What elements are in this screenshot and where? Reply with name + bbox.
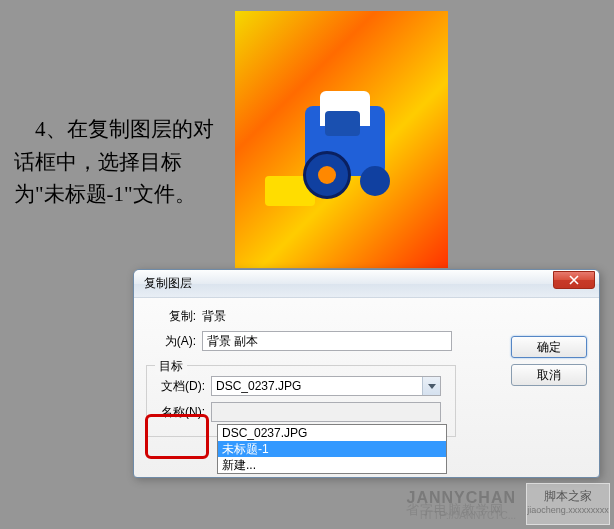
watermark-line1: 脚本之家	[527, 488, 609, 505]
watermark-text: 省字电脑教学网	[406, 501, 504, 519]
cancel-button[interactable]: 取消	[511, 364, 587, 386]
document-dropdown-list: DSC_0237.JPG 未标题-1 新建...	[217, 424, 447, 474]
tutorial-photo	[235, 11, 448, 268]
dialog-titlebar[interactable]: 复制图层	[134, 270, 599, 298]
name-label: 名称(N):	[155, 404, 211, 421]
close-icon	[569, 271, 579, 289]
dropdown-item[interactable]: 新建...	[218, 457, 446, 473]
ok-button[interactable]: 确定	[511, 336, 587, 358]
dropdown-item-selected[interactable]: 未标题-1	[218, 441, 446, 457]
close-button[interactable]	[553, 271, 595, 289]
instruction-text: 4、在复制图层的对话框中，选择目标为"未标题-1"文件。	[14, 113, 219, 211]
toy-tractor-graphic	[275, 96, 415, 216]
duplicate-layer-dialog: 复制图层 复制: 背景 为(A): 目标 文档(D): DSC_0237.JPG	[133, 269, 600, 478]
chevron-down-icon	[422, 377, 440, 395]
document-combo-value: DSC_0237.JPG	[212, 377, 422, 395]
document-label: 文档(D):	[155, 378, 211, 395]
target-legend: 目标	[155, 358, 187, 375]
copy-label: 复制:	[146, 308, 202, 325]
site-watermark: 脚本之家 jiaocheng.xxxxxxxxx	[526, 483, 610, 525]
dropdown-item[interactable]: DSC_0237.JPG	[218, 425, 446, 441]
copy-value: 背景	[202, 308, 226, 325]
document-combobox[interactable]: DSC_0237.JPG	[211, 376, 441, 396]
watermark-line2: jiaocheng.xxxxxxxxx	[527, 505, 609, 515]
name-combo-value	[212, 403, 440, 421]
as-label: 为(A):	[146, 333, 202, 350]
dialog-title: 复制图层	[144, 275, 553, 292]
name-combobox[interactable]	[211, 402, 441, 422]
as-input[interactable]	[202, 331, 452, 351]
